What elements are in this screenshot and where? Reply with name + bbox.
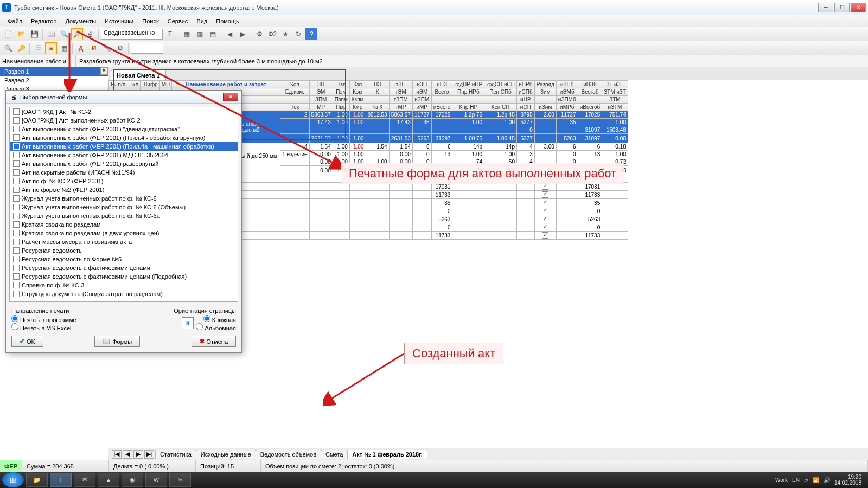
checkbox-icon	[13, 187, 20, 193]
dialog-ok-button[interactable]: ✔OK	[11, 336, 43, 347]
dialog-list-item[interactable]: Справка по ф. № КС-3	[10, 281, 238, 290]
task-word[interactable]: W	[145, 473, 167, 487]
maximize-button[interactable]: ☐	[834, 3, 850, 12]
tray-clock[interactable]: 19:20 14.02.2018	[834, 474, 861, 486]
btab-estimate[interactable]: Смета	[321, 450, 348, 459]
dialog-list-item[interactable]: Ресурсная ведомость с фактическими ценам…	[10, 264, 238, 272]
task-thunderbird[interactable]: ✉	[74, 473, 95, 487]
tab-nav-last[interactable]: ▶|	[144, 450, 154, 459]
dialog-list-item[interactable]: Ресурсная ведомость с фактическими ценам…	[10, 272, 238, 281]
tray-flag-icon[interactable]: ▱	[804, 477, 808, 483]
checkbox-icon	[13, 282, 20, 288]
checkbox-icon	[13, 195, 20, 202]
checkbox-icon	[13, 239, 20, 245]
find-icon[interactable]: 🔍	[2, 42, 14, 54]
bottom-tabs: |◀ ◀ ▶ ▶| Статистика Исходные данные Вед…	[108, 448, 868, 460]
menu-file[interactable]: Файл	[3, 17, 27, 25]
checkbox-icon	[13, 291, 20, 297]
taskbar: ⊞ 📁 T ✉ ▲ ◉ W ✂ Work EN ▱ 📶 🔊 19:20 14.0…	[0, 472, 868, 488]
menu-documents[interactable]: Документы	[61, 17, 100, 25]
checkbox-icon	[13, 230, 20, 236]
save-icon[interactable]: 💾	[28, 28, 40, 40]
checkbox-icon	[13, 178, 20, 184]
book-icon[interactable]: 📖	[45, 28, 57, 40]
tree-icon[interactable]: ☰	[32, 42, 44, 54]
app-icon: T	[2, 3, 11, 12]
checkbox-icon	[13, 160, 20, 167]
dialog-icon: 🖨	[9, 93, 18, 101]
callout-created-act: Созданный акт	[404, 343, 503, 364]
svg-line-2	[326, 354, 404, 402]
menu-bar: Файл Редактор Документы Источники Поиск …	[0, 15, 868, 27]
callout-print-forms: Печатные форма для актов выполненных раб…	[341, 163, 624, 184]
tray-vol-icon[interactable]: 🔊	[824, 477, 830, 483]
dialog-list-item[interactable]: Структура документа (Сводка затрат по ра…	[10, 290, 238, 298]
dialog-list-item[interactable]: Краткая сводка по разделам (в двух уровн…	[10, 229, 238, 237]
menu-service[interactable]: Сервис	[163, 17, 193, 25]
checkbox-icon	[13, 169, 20, 176]
dialog-list-item[interactable]: Расчет массы мусора по позициям акта	[10, 237, 238, 246]
key-icon[interactable]: 🔑	[15, 42, 27, 54]
status-delta: Дельта = 0 ( 0.00% )	[109, 460, 196, 472]
print-in-excel-radio[interactable]: Печать в MS Excel	[11, 323, 76, 331]
checkbox-icon	[13, 221, 20, 228]
task-chrome[interactable]: ◉	[122, 473, 143, 487]
print-direction-group: Направление печати Печать в программе Пе…	[11, 307, 76, 331]
btab-act[interactable]: Акт № 1 февраль 2018г.	[347, 450, 427, 459]
task-explorer[interactable]: 📁	[26, 473, 48, 487]
new-icon[interactable]: 📄	[2, 28, 14, 40]
orientation-icon: К	[182, 317, 194, 329]
print-direction-label: Направление печати	[11, 307, 76, 314]
checkbox-icon	[13, 108, 20, 115]
system-tray[interactable]: Work EN ▱ 📶 🔊 19:20 14.02.2018	[771, 474, 866, 486]
menu-view[interactable]: Вид	[192, 17, 212, 25]
orientation-landscape-radio[interactable]: Альбомная	[196, 323, 236, 331]
dialog-list-item[interactable]: Журнал учета выполненных работ по ф. № К…	[10, 203, 238, 211]
status-sum: Сумма = 204 365	[22, 460, 109, 472]
tab-nav-prev[interactable]: ◀	[123, 450, 132, 459]
tab-nav-first[interactable]: |◀	[112, 450, 122, 459]
dialog-list-item[interactable]: Журнал учета выполненных работ по ф. № К…	[10, 211, 238, 220]
orientation-group: Ориентация страницы К Книжная Альбомная	[174, 307, 236, 331]
svg-line-1	[77, 31, 339, 166]
window-title: Турбо сметчик - Новая Смета 1 (ОАО "РЖД"…	[14, 4, 818, 11]
status-bar: ФЕР Сумма = 204 365 Дельта = 0 ( 0.00% )…	[0, 460, 868, 472]
dialog-list-item[interactable]: Акт по форме №2 (ФЕР 2001)	[10, 185, 238, 194]
dialog-list-item[interactable]: Ресурсная ведомость	[10, 246, 238, 255]
dialog-forms-button[interactable]: 📖 Формы	[94, 336, 140, 347]
print-in-program-radio[interactable]: Печать в программе	[11, 315, 76, 323]
start-button[interactable]: ⊞	[2, 472, 24, 487]
close-button[interactable]: ✕	[851, 3, 866, 12]
dialog-list-item[interactable]: Акт по ф. № КС-2 (ФЕР 2001)	[10, 177, 238, 185]
btab-source[interactable]: Исходные данные	[196, 450, 256, 459]
task-app[interactable]: T	[50, 473, 72, 487]
tray-lang[interactable]: EN	[792, 477, 800, 483]
dialog-list-item[interactable]: Краткая сводка по разделам	[10, 220, 238, 229]
task-aimp[interactable]: ▲	[98, 473, 119, 487]
minimize-button[interactable]: ─	[818, 3, 833, 12]
btab-volumes[interactable]: Ведомость объемов	[256, 450, 321, 459]
checkbox-icon	[13, 256, 20, 262]
menu-help[interactable]: Помощь	[212, 17, 244, 25]
dialog-cancel-button[interactable]: ✖Отмена	[192, 336, 236, 347]
tray-net-icon[interactable]: 📶	[813, 477, 819, 483]
checkbox-icon	[13, 152, 20, 158]
tab-nav-next[interactable]: ▶	[133, 450, 143, 459]
checkbox-icon	[13, 213, 20, 219]
annotation-arrow-3	[323, 352, 410, 407]
task-snip[interactable]: ✂	[169, 473, 191, 487]
list-icon[interactable]: ≡	[45, 42, 57, 54]
tray-work: Work	[775, 477, 788, 483]
orientation-portrait-radio[interactable]: Книжная	[196, 315, 236, 323]
dialog-list-item[interactable]: Ресурсная ведомость по Форме №5	[10, 255, 238, 264]
status-positions: Позиций: 15	[196, 460, 261, 472]
orientation-label: Ориентация страницы	[174, 307, 236, 314]
menu-editor[interactable]: Редактор	[27, 17, 61, 25]
annotation-arrow-2	[76, 30, 347, 171]
checkbox-icon	[13, 247, 20, 254]
menu-search[interactable]: Поиск	[138, 17, 163, 25]
menu-sources[interactable]: Источники	[100, 17, 138, 25]
open-icon[interactable]: 📂	[15, 28, 27, 40]
btab-stats[interactable]: Статистика	[155, 450, 196, 459]
dialog-list-item[interactable]: Журнал учета выполненных работ по ф. № К…	[10, 194, 238, 203]
